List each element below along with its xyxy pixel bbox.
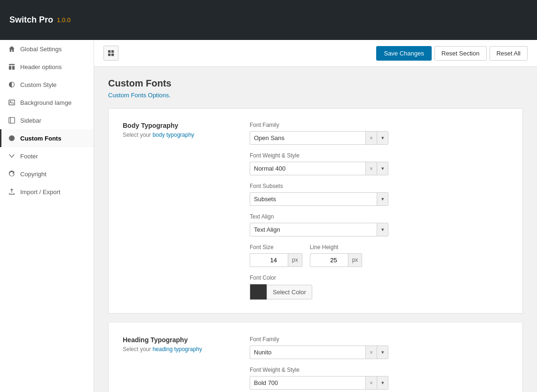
- svg-rect-0: [9, 64, 15, 65]
- font-size-unit: px: [288, 254, 302, 267]
- body-typography-fields: Font Family Open Sans × ▾ Font Weight & …: [250, 122, 508, 300]
- main-layout: Global Settings Header options Custom St…: [0, 40, 537, 392]
- sidebar-item-custom-style[interactable]: Custom Style: [0, 76, 94, 94]
- page-subtitle-link[interactable]: Custom Fonts Options.: [108, 92, 171, 99]
- sidebar-item-label: Header options: [20, 63, 62, 71]
- font-size-input[interactable]: [250, 254, 288, 267]
- body-typography-section: Body Typography Select your body typogra…: [108, 108, 523, 314]
- page-title: Custom Fonts: [108, 78, 523, 89]
- sidebar-item-label: Global Settings: [20, 46, 62, 53]
- toolbar-right: Save Changes Reset Section Reset All: [376, 46, 528, 61]
- circle-filled-icon: [8, 134, 16, 142]
- font-weight-arrow-heading[interactable]: ▾: [377, 376, 388, 389]
- font-weight-select-wrapper-body: Normal 400 × ▾: [250, 162, 388, 175]
- font-weight-select-wrapper-heading: Bold 700 × ▾: [250, 376, 388, 390]
- sidebar-item-global-settings[interactable]: Global Settings: [0, 40, 94, 58]
- heading-typography-link[interactable]: heading typography: [152, 346, 202, 353]
- app-title: Switch Pro: [9, 15, 53, 25]
- sidebar-item-label: Footer: [20, 153, 38, 160]
- select-color-button-body[interactable]: Select Color: [267, 285, 312, 299]
- svg-rect-1: [9, 66, 11, 70]
- footer-icon: [8, 152, 16, 160]
- text-align-select-body[interactable]: Text Align: [250, 223, 377, 236]
- svg-rect-9: [111, 50, 114, 53]
- page-subtitle: Custom Fonts Options.: [108, 92, 523, 99]
- font-weight-arrow-body[interactable]: ▾: [377, 162, 388, 175]
- toolbar: Save Changes Reset Section Reset All: [94, 40, 537, 67]
- font-weight-label-body: Font Weight & Style: [250, 152, 388, 159]
- section-inner: Body Typography Select your body typogra…: [123, 122, 508, 300]
- font-family-label-heading: Font Family: [250, 336, 388, 343]
- upload-icon: [8, 188, 16, 196]
- font-weight-clear-heading[interactable]: ×: [365, 376, 377, 389]
- grid-view-button[interactable]: [103, 46, 118, 61]
- line-height-input-wrapper: px: [310, 253, 363, 267]
- section-inner: Heading Typography Select your heading t…: [123, 336, 508, 392]
- text-align-group-body: Text Align Text Align ▾: [250, 213, 388, 236]
- font-family-clear-body[interactable]: ×: [365, 132, 377, 144]
- svg-rect-8: [108, 50, 111, 53]
- font-weight-group-body: Font Weight & Style Normal 400 × ▾: [250, 152, 388, 175]
- font-family-clear-heading[interactable]: ×: [365, 346, 377, 359]
- font-family-group-heading: Font Family Nunito × ▾: [250, 336, 388, 359]
- font-subsets-arrow[interactable]: ▾: [377, 193, 388, 205]
- font-weight-clear-body[interactable]: ×: [365, 162, 377, 175]
- svg-point-7: [9, 135, 15, 141]
- section-label-heading: Heading Typography Select your heading t…: [123, 336, 236, 392]
- sidebar-icon: [8, 117, 16, 124]
- save-changes-button[interactable]: Save Changes: [376, 46, 431, 61]
- svg-rect-2: [12, 66, 15, 70]
- font-subsets-label: Font Subsets: [250, 183, 388, 189]
- font-family-group-body: Font Family Open Sans × ▾: [250, 122, 388, 145]
- heading-typography-section: Heading Typography Select your heading t…: [108, 323, 523, 392]
- sidebar-item-custom-fonts[interactable]: Custom Fonts: [0, 129, 94, 147]
- body-typography-link[interactable]: body typography: [152, 132, 194, 138]
- sidebar-item-label: Background Iamge: [20, 99, 71, 106]
- font-weight-select-heading[interactable]: Bold 700: [250, 376, 365, 389]
- line-height-group: Line Height px: [310, 244, 363, 267]
- sidebar-item-sidebar[interactable]: Sidebar: [0, 111, 94, 129]
- font-weight-label-heading: Font Weight & Style: [250, 367, 388, 373]
- page-content: Custom Fonts Custom Fonts Options. Body …: [94, 67, 537, 392]
- font-weight-group-heading: Font Weight & Style Bold 700 × ▾: [250, 367, 388, 390]
- heading-typography-fields: Font Family Nunito × ▾ Font Weight & Sty…: [250, 336, 508, 392]
- reset-section-button[interactable]: Reset Section: [434, 46, 487, 61]
- svg-rect-3: [9, 100, 15, 105]
- reset-all-button[interactable]: Reset All: [490, 46, 528, 61]
- sidebar-item-copyright[interactable]: Copyright: [0, 165, 94, 183]
- font-subsets-group: Font Subsets Subsets ▾: [250, 183, 388, 206]
- color-swatch-body[interactable]: [250, 284, 267, 300]
- font-family-arrow-heading[interactable]: ▾: [377, 346, 388, 359]
- sidebar-item-footer[interactable]: Footer: [0, 147, 94, 165]
- font-family-select-wrapper-heading: Nunito × ▾: [250, 345, 388, 359]
- text-align-arrow-body[interactable]: ▾: [377, 223, 388, 236]
- toolbar-left: [103, 46, 118, 61]
- heading-typography-desc: Select your heading typography: [123, 346, 236, 353]
- sidebar-item-label: Custom Style: [20, 81, 56, 88]
- svg-rect-11: [111, 54, 114, 56]
- sidebar: Global Settings Header options Custom St…: [0, 40, 94, 392]
- main-content: Save Changes Reset Section Reset All Cus…: [94, 40, 537, 392]
- layout-icon: [8, 63, 16, 71]
- line-height-input[interactable]: [310, 254, 348, 267]
- sidebar-item-background-image[interactable]: Background Iamge: [0, 94, 94, 111]
- font-family-select-body[interactable]: Open Sans: [250, 132, 365, 144]
- font-size-label: Font Size: [250, 244, 302, 251]
- font-family-select-heading[interactable]: Nunito: [250, 346, 365, 359]
- refresh-icon: [8, 170, 16, 178]
- font-size-input-wrapper: px: [250, 253, 302, 267]
- home-icon: [8, 45, 16, 53]
- circle-half-icon: [8, 81, 16, 88]
- line-height-unit: px: [348, 254, 362, 267]
- font-subsets-select[interactable]: Subsets: [250, 193, 377, 205]
- body-typography-desc: Select your body typography: [123, 132, 236, 138]
- font-family-arrow-body[interactable]: ▾: [377, 132, 388, 144]
- sidebar-item-header-options[interactable]: Header options: [0, 58, 94, 76]
- svg-rect-10: [108, 54, 111, 56]
- font-color-label: Font Color: [250, 274, 508, 281]
- sidebar-item-import-export[interactable]: Import / Export: [0, 183, 94, 201]
- font-family-label-body: Font Family: [250, 122, 388, 128]
- font-size-group: Font Size px: [250, 244, 302, 267]
- font-weight-select-body[interactable]: Normal 400: [250, 162, 365, 175]
- text-align-select-wrapper-body: Text Align ▾: [250, 223, 388, 236]
